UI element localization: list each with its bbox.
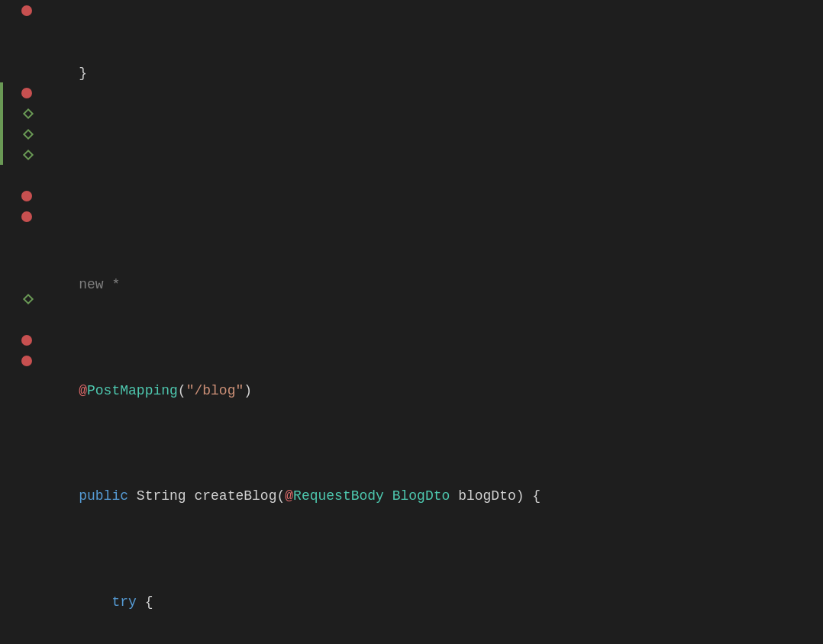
code-area[interactable]: } new * @PostMapping("/blog") public Str… — [38, 0, 823, 644]
breakpoint-11[interactable] — [21, 211, 32, 222]
green-bar-7 — [0, 124, 3, 144]
diamond-7[interactable] — [23, 128, 34, 139]
gutter-row-6[interactable] — [0, 103, 38, 124]
gutter-row-8[interactable] — [0, 144, 38, 165]
gutter-row-9 — [0, 165, 38, 185]
code-line-3: new * — [46, 275, 823, 296]
green-bar-6 — [0, 103, 3, 124]
gutter-row-3 — [0, 41, 38, 62]
gutter-row-2 — [0, 21, 38, 41]
breakpoint-10[interactable] — [21, 191, 32, 201]
gutter-row-17[interactable] — [0, 330, 38, 350]
code-line-6: try { — [46, 592, 823, 613]
gutter-row-15[interactable] — [0, 288, 38, 309]
gutter-row-7[interactable] — [0, 124, 38, 144]
gutter-row-11[interactable] — [0, 206, 38, 227]
diamond-8[interactable] — [23, 149, 34, 159]
code-line-2 — [46, 169, 823, 190]
gutter-panel — [0, 0, 38, 644]
gutter-row-10[interactable] — [0, 185, 38, 206]
gutter-row-1[interactable] — [0, 0, 38, 21]
breakpoint-18[interactable] — [21, 356, 32, 366]
gutter-row-4 — [0, 62, 38, 82]
breakpoint-5[interactable] — [21, 88, 32, 98]
gutter-row-12 — [0, 227, 38, 247]
code-line-4: @PostMapping("/blog") — [46, 381, 823, 401]
gutter-row-5[interactable] — [0, 82, 38, 103]
gutter-row-14 — [0, 268, 38, 288]
editor-container: } new * @PostMapping("/blog") public Str… — [0, 0, 823, 644]
gutter-row-18[interactable] — [0, 350, 38, 371]
green-bar-8 — [0, 144, 3, 165]
code-line-5: public String createBlog(@RequestBody Bl… — [46, 487, 823, 507]
green-bar-5 — [0, 82, 3, 103]
breakpoint-17[interactable] — [21, 335, 32, 346]
gutter-row-19 — [0, 371, 38, 391]
gutter-row-16 — [0, 309, 38, 330]
code-line-1: } — [46, 64, 823, 85]
gutter-row-13 — [0, 247, 38, 268]
diamond-15[interactable] — [23, 293, 34, 304]
diamond-6[interactable] — [23, 108, 34, 118]
breakpoint-1[interactable] — [21, 5, 32, 16]
